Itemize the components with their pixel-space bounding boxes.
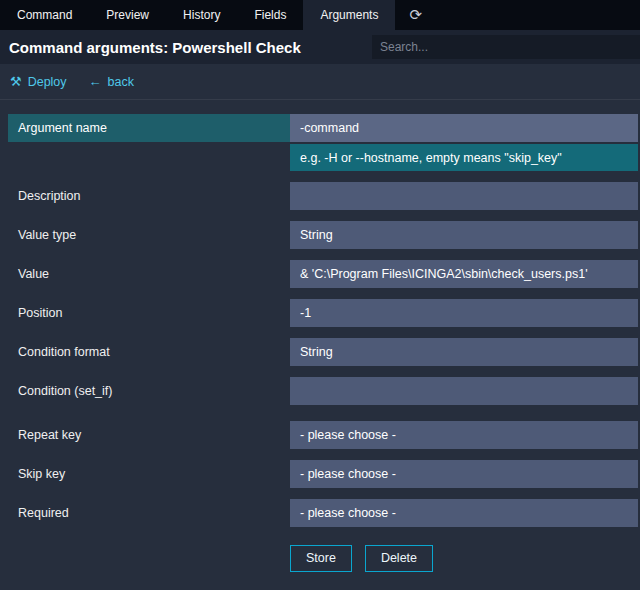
deploy-label: Deploy [28, 75, 67, 89]
label-spacer [8, 544, 290, 572]
field-label-repeat-key: Repeat key [8, 421, 290, 449]
field-label-argument-name: Argument name [8, 114, 290, 142]
form-row-description: Description [8, 182, 638, 210]
form-row-required: Required - please choose - [8, 499, 638, 527]
delete-button[interactable]: Delete [365, 545, 433, 572]
page-header: Command arguments: Powershell Check [0, 30, 640, 64]
page-title: Command arguments: Powershell Check [9, 39, 301, 56]
form-row-repeat-key: Repeat key - please choose - [8, 421, 638, 449]
value-input[interactable] [290, 260, 638, 288]
back-link[interactable]: ← back [89, 74, 134, 89]
field-label-value: Value [8, 260, 290, 288]
field-label-condition-format: Condition format [8, 338, 290, 366]
tab-fields[interactable]: Fields [237, 0, 303, 30]
field-label-description: Description [8, 182, 290, 210]
repeat-key-select[interactable]: - please choose - [290, 421, 638, 449]
field-label-skip-key: Skip key [8, 460, 290, 488]
refresh-icon[interactable]: ⟳ [409, 0, 422, 30]
form-row-value: Value [8, 260, 638, 288]
form-row-position: Position [8, 299, 638, 327]
buttons-container: Store Delete [290, 544, 638, 572]
form-row-argument-name-hint: e.g. -H or --hostname, empty means "skip… [8, 144, 638, 172]
field-label-required: Required [8, 499, 290, 527]
search-input[interactable] [372, 35, 640, 59]
value-type-select[interactable]: String [290, 221, 638, 249]
description-input[interactable] [290, 182, 638, 210]
arrow-left-icon: ← [89, 74, 102, 89]
tab-preview[interactable]: Preview [89, 0, 166, 30]
skip-key-select[interactable]: - please choose - [290, 460, 638, 488]
tab-command[interactable]: Command [0, 0, 89, 30]
position-input[interactable] [290, 299, 638, 327]
argument-form: Argument name e.g. -H or --hostname, emp… [0, 100, 640, 572]
app-window: Command Preview History Fields Arguments… [0, 0, 640, 572]
label-spacer [8, 144, 290, 172]
tab-history[interactable]: History [166, 0, 237, 30]
required-select[interactable]: - please choose - [290, 499, 638, 527]
argument-name-input[interactable] [290, 114, 638, 142]
tab-bar: Command Preview History Fields Arguments… [0, 0, 640, 30]
deploy-link[interactable]: ⚒ Deploy [10, 74, 67, 89]
action-bar: ⚒ Deploy ← back [0, 64, 640, 100]
store-button[interactable]: Store [290, 545, 352, 572]
form-row-skip-key: Skip key - please choose - [8, 460, 638, 488]
form-row-condition-set-if: Condition (set_if) [8, 377, 638, 405]
field-label-position: Position [8, 299, 290, 327]
tab-arguments[interactable]: Arguments [303, 0, 395, 30]
condition-format-select[interactable]: String [290, 338, 638, 366]
form-row-argument-name: Argument name [8, 114, 638, 142]
argument-name-hint: e.g. -H or --hostname, empty means "skip… [290, 144, 638, 171]
field-label-value-type: Value type [8, 221, 290, 249]
form-row-condition-format: Condition format String [8, 338, 638, 366]
wrench-icon: ⚒ [10, 74, 22, 89]
form-row-value-type: Value type String [8, 221, 638, 249]
form-buttons-row: Store Delete [8, 544, 638, 572]
condition-set-if-input[interactable] [290, 377, 638, 405]
back-label: back [108, 75, 134, 89]
field-label-condition-set-if: Condition (set_if) [8, 377, 290, 405]
